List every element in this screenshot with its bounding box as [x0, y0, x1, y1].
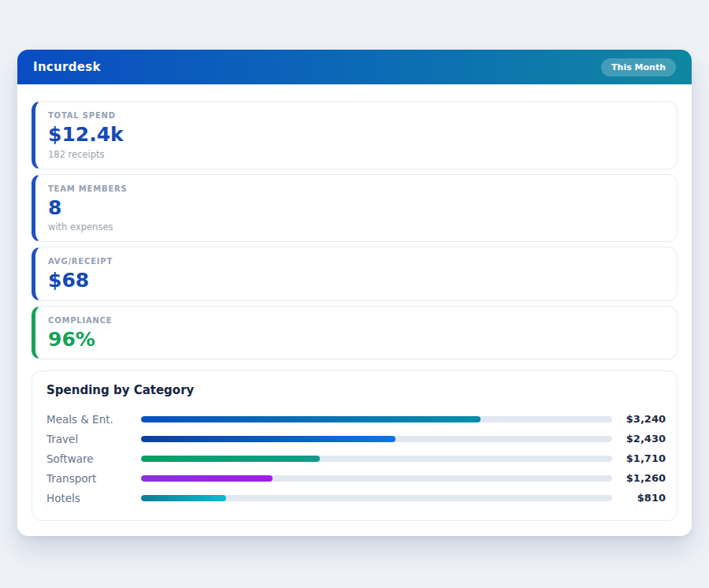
- stat-value: 96%: [48, 329, 664, 351]
- stat-label: AVG/RECEIPT: [48, 257, 664, 266]
- stat-label: TOTAL SPEND: [48, 111, 664, 120]
- spending-by-category-card: Spending by Category Meals & Ent. $3,240…: [32, 370, 677, 521]
- category-label: Travel: [46, 433, 141, 445]
- category-row: Travel $2,430: [46, 429, 666, 448]
- category-bar-fill: [141, 495, 226, 501]
- stat-card: AVG/RECEIPT $68: [32, 247, 677, 301]
- category-bar-fill: [141, 436, 395, 442]
- category-row: Hotels $810: [46, 488, 666, 508]
- dashboard-panel: Incurdesk This Month TOTAL SPEND $12.4k …: [17, 50, 692, 536]
- category-value: $1,260: [620, 472, 666, 484]
- app-title: Incurdesk: [33, 60, 101, 74]
- category-value: $2,430: [620, 433, 666, 445]
- category-bar-track: [141, 495, 612, 501]
- stats-list: TOTAL SPEND $12.4k 182 receipts TEAM MEM…: [32, 101, 677, 359]
- category-value: $810: [620, 492, 666, 504]
- category-row: Transport $1,260: [46, 468, 666, 488]
- chart-title: Spending by Category: [46, 383, 666, 397]
- category-row: Meals & Ent. $3,240: [46, 409, 666, 429]
- category-bar-fill: [141, 456, 320, 462]
- app-header: Incurdesk This Month: [17, 50, 692, 84]
- category-bar-fill: [141, 475, 273, 482]
- category-bar-track: [141, 436, 612, 442]
- stat-card: TEAM MEMBERS 8 with expenses: [32, 174, 677, 243]
- stat-sub: 182 receipts: [48, 149, 664, 160]
- category-label: Software: [46, 452, 141, 465]
- stat-value: 8: [48, 197, 664, 219]
- panel-content: TOTAL SPEND $12.4k 182 receipts TEAM MEM…: [17, 84, 692, 536]
- category-value: $1,710: [620, 452, 666, 464]
- category-bar-track: [141, 416, 612, 422]
- category-row: Software $1,710: [46, 448, 666, 468]
- category-bar-track: [141, 475, 612, 482]
- stat-label: TEAM MEMBERS: [48, 184, 664, 193]
- category-bar-track: [141, 456, 612, 462]
- category-label: Meals & Ent.: [46, 413, 141, 426]
- page-background: Incurdesk This Month TOTAL SPEND $12.4k …: [0, 50, 709, 536]
- category-bar-fill: [141, 416, 481, 422]
- stat-value: $68: [48, 270, 664, 292]
- category-label: Hotels: [46, 492, 141, 504]
- category-label: Transport: [46, 472, 141, 485]
- period-badge[interactable]: This Month: [601, 58, 676, 76]
- category-value: $3,240: [620, 413, 666, 425]
- stat-card: TOTAL SPEND $12.4k 182 receipts: [32, 101, 677, 169]
- stat-card: COMPLIANCE 96%: [32, 306, 677, 360]
- stat-label: COMPLIANCE: [48, 316, 664, 325]
- stat-sub: with expenses: [48, 221, 664, 233]
- chart-rows: Meals & Ent. $3,240 Travel $2,430 Softwa…: [46, 409, 666, 508]
- stat-value: $12.4k: [48, 124, 664, 146]
